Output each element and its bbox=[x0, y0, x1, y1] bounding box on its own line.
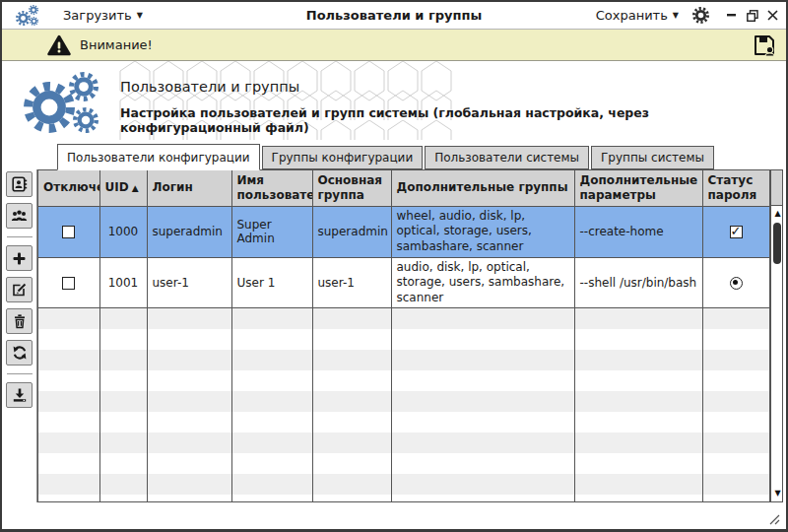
scrollbar-thumb[interactable] bbox=[773, 223, 781, 264]
col-header-primary-group[interactable]: Основная группа bbox=[312, 170, 391, 206]
download-icon bbox=[12, 387, 28, 403]
table-header-row: Отключен UID▲ Логин Имя пользователя Осн… bbox=[38, 170, 769, 206]
import-button[interactable] bbox=[6, 382, 33, 408]
empty-table-row[interactable] bbox=[38, 474, 769, 495]
edit-row-button[interactable] bbox=[6, 277, 33, 302]
page-subtitle: Настройка пользователей и групп системы … bbox=[120, 105, 776, 135]
users-table: Отключен UID▲ Логин Имя пользователя Осн… bbox=[38, 170, 770, 502]
load-menu-button[interactable]: Загрузить ▼ bbox=[63, 8, 143, 23]
users-groups-gears-icon bbox=[24, 72, 110, 135]
tab-bar: Пользователи конфигурации Группы конфигу… bbox=[2, 143, 786, 169]
add-row-button[interactable] bbox=[6, 245, 33, 271]
cell-extra-groups: audio, disk, lp, optical, storage, users… bbox=[391, 257, 574, 308]
tab-groups-system[interactable]: Группы системы bbox=[591, 146, 714, 169]
warning-text: Внимание! bbox=[80, 37, 153, 52]
col-header-login[interactable]: Логин bbox=[147, 170, 231, 206]
cell-extra-groups: wheel, audio, disk, lp, optical, storage… bbox=[391, 206, 574, 257]
empty-table-row[interactable] bbox=[38, 412, 769, 432]
scroll-down-icon[interactable]: ▼ bbox=[771, 488, 784, 499]
col-header-disabled[interactable]: Отключен bbox=[38, 170, 99, 206]
cell-uid: 1001 bbox=[99, 257, 147, 308]
tab-users-system[interactable]: Пользователи системы bbox=[425, 146, 589, 169]
disabled-checkbox[interactable] bbox=[62, 277, 75, 290]
col-header-extra-groups[interactable]: Дополнительные группы bbox=[391, 170, 574, 206]
load-menu-label: Загрузить bbox=[63, 8, 132, 23]
add-user-button[interactable] bbox=[6, 171, 33, 197]
disabled-checkbox[interactable] bbox=[62, 226, 75, 238]
save-menu-button[interactable]: Сохранить ▼ bbox=[596, 8, 679, 23]
plus-icon bbox=[12, 251, 27, 266]
chevron-down-icon: ▼ bbox=[673, 11, 679, 20]
tab-users-config[interactable]: Пользователи конфигурации bbox=[57, 144, 260, 170]
gears-logo-icon bbox=[16, 5, 41, 27]
empty-table-row[interactable] bbox=[38, 495, 769, 502]
empty-table-row[interactable] bbox=[38, 432, 769, 453]
page-header: Пользователи и группы Настройка пользова… bbox=[2, 61, 786, 143]
refresh-icon bbox=[12, 345, 28, 361]
delete-row-button[interactable] bbox=[6, 308, 33, 334]
empty-table-row[interactable] bbox=[38, 308, 769, 329]
refresh-button[interactable] bbox=[6, 340, 33, 366]
add-group-button[interactable] bbox=[6, 203, 33, 229]
warning-triangle-icon bbox=[47, 34, 71, 56]
user-card-icon bbox=[12, 176, 28, 192]
empty-table-row[interactable] bbox=[38, 350, 769, 370]
cell-login: user-1 bbox=[147, 257, 231, 308]
password-status-radio[interactable] bbox=[730, 277, 743, 290]
resize-grip-icon[interactable] bbox=[766, 511, 780, 525]
restore-icon[interactable] bbox=[747, 10, 758, 22]
cell-name: Super Admin bbox=[231, 206, 312, 257]
cell-login: superadmin bbox=[147, 206, 231, 257]
table-row-user-1[interactable]: 1001 user-1 User 1 user-1 audio, disk, l… bbox=[38, 257, 769, 308]
cell-primary-group: user-1 bbox=[312, 257, 391, 308]
users-group-icon bbox=[11, 208, 28, 224]
page-title: Пользователи и группы bbox=[120, 79, 776, 95]
save-menu-label: Сохранить bbox=[596, 8, 668, 23]
empty-table-row[interactable] bbox=[38, 370, 769, 391]
empty-table-row[interactable] bbox=[38, 453, 769, 474]
vertical-scrollbar[interactable]: ▲ ▼ bbox=[770, 170, 784, 501]
col-header-password-status[interactable]: Статус пароля bbox=[702, 170, 769, 206]
cell-uid: 1000 bbox=[99, 206, 147, 257]
col-header-uid[interactable]: UID▲ bbox=[99, 170, 147, 206]
chevron-down-icon: ▼ bbox=[137, 11, 143, 20]
left-toolbar bbox=[2, 169, 37, 502]
table-row-superadmin[interactable]: 1000 superadmin Super Admin superadmin w… bbox=[38, 206, 769, 257]
tab-groups-config[interactable]: Группы конфигурации bbox=[262, 146, 424, 169]
minimize-icon[interactable] bbox=[727, 10, 738, 21]
warning-bar: Внимание! bbox=[2, 30, 786, 61]
gear-settings-icon[interactable] bbox=[692, 7, 709, 24]
edit-icon bbox=[12, 282, 28, 298]
app-window: Загрузить ▼ Пользователи и группы Сохран… bbox=[0, 0, 788, 532]
sort-asc-icon: ▲ bbox=[132, 183, 139, 193]
scrollbar-track[interactable]: ▲ ▼ bbox=[771, 206, 784, 501]
col-header-extra-params[interactable]: Дополнительные параметры bbox=[574, 170, 702, 206]
cell-name: User 1 bbox=[231, 257, 312, 308]
cell-primary-group: superadmin bbox=[312, 206, 391, 257]
users-table-area: Отключен UID▲ Логин Имя пользователя Осн… bbox=[37, 169, 783, 502]
cell-extra-params: --shell /usr/bin/bash bbox=[574, 257, 702, 308]
trash-icon bbox=[12, 313, 28, 329]
col-header-name[interactable]: Имя пользователя bbox=[231, 170, 312, 206]
cell-extra-params: --create-home bbox=[574, 206, 702, 257]
scroll-up-icon[interactable]: ▲ bbox=[771, 208, 784, 220]
status-bar bbox=[2, 502, 786, 529]
title-bar: Загрузить ▼ Пользователи и группы Сохран… bbox=[2, 2, 786, 30]
empty-table-row[interactable] bbox=[38, 329, 769, 350]
close-icon[interactable] bbox=[767, 10, 778, 21]
scrollbar-header-spacer bbox=[771, 170, 784, 206]
toolbar-separator bbox=[7, 373, 33, 374]
password-status-checkbox[interactable] bbox=[730, 226, 743, 238]
save-floppy-icon[interactable] bbox=[753, 33, 776, 57]
toolbar-separator bbox=[7, 236, 33, 237]
empty-table-row[interactable] bbox=[38, 391, 769, 412]
